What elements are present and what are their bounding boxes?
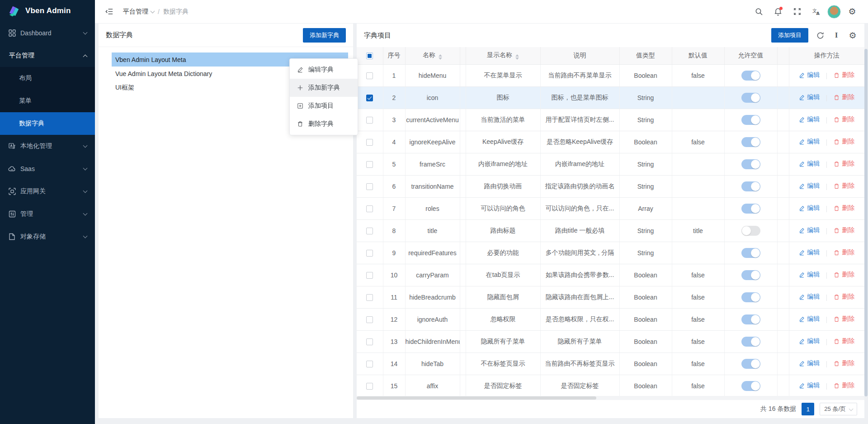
sidebar-item-saas[interactable]: Saas — [0, 157, 95, 180]
row-checkbox[interactable] — [366, 383, 373, 390]
delete-button[interactable]: 删除 — [834, 359, 854, 367]
nullable-toggle[interactable] — [741, 381, 760, 391]
cell-name: hideTab — [405, 353, 460, 375]
nullable-toggle[interactable] — [741, 359, 760, 369]
translate-icon[interactable]: 文 A — [808, 4, 824, 19]
delete-button[interactable]: 删除 — [834, 271, 854, 279]
add-item-button[interactable]: 添加项目 — [771, 28, 808, 43]
settings-gear-icon[interactable]: ⚙ — [844, 4, 860, 19]
page-size-select[interactable]: 25 条/页 — [820, 403, 857, 415]
nullable-toggle[interactable] — [741, 270, 760, 280]
notification-bell-icon[interactable] — [770, 4, 786, 19]
edit-button[interactable]: 编辑 — [799, 115, 820, 124]
breadcrumb-level1[interactable]: 平台管理 — [123, 8, 154, 16]
sidebar-item-gateway[interactable]: 应用网关 — [0, 180, 95, 203]
delete-button[interactable]: 删除 — [834, 115, 854, 124]
nullable-toggle[interactable] — [741, 93, 760, 103]
nullable-toggle[interactable] — [741, 292, 760, 302]
context-menu-item-delete-dictionary[interactable]: 删除字典 — [290, 115, 358, 133]
row-height-icon[interactable]: I — [832, 31, 841, 40]
horizontal-scrollbar-thumb[interactable] — [357, 396, 596, 400]
delete-button[interactable]: 删除 — [834, 93, 854, 101]
delete-button[interactable]: 删除 — [834, 204, 854, 212]
row-checkbox[interactable] — [366, 139, 373, 146]
delete-button[interactable]: 删除 — [834, 381, 854, 390]
nullable-toggle[interactable] — [741, 181, 760, 191]
sidebar-item-admin[interactable]: 管理 — [0, 203, 95, 225]
edit-button[interactable]: 编辑 — [799, 315, 820, 323]
row-checkbox[interactable] — [366, 72, 373, 79]
row-checkbox[interactable] — [366, 205, 373, 212]
nullable-toggle[interactable] — [741, 204, 760, 214]
row-checkbox[interactable] — [366, 272, 373, 279]
row-checkbox[interactable] — [366, 250, 373, 257]
context-menu-item-add-item[interactable]: 添加项目 — [290, 97, 358, 115]
sidebar-collapse-button[interactable] — [101, 4, 117, 19]
sidebar-item-object-storage[interactable]: 对象存储 — [0, 225, 95, 248]
column-header-name[interactable]: 名称 — [405, 47, 460, 64]
delete-button[interactable]: 删除 — [834, 226, 854, 234]
vertical-scrollbar-thumb[interactable] — [864, 49, 868, 396]
sidebar-item-platform[interactable]: 平台管理 — [0, 44, 95, 67]
nullable-toggle[interactable] — [741, 314, 760, 324]
delete-button[interactable]: 删除 — [834, 293, 854, 301]
nullable-toggle[interactable] — [741, 248, 760, 258]
edit-button[interactable]: 编辑 — [799, 182, 820, 190]
nullable-toggle[interactable] — [741, 71, 760, 81]
app-logo[interactable]: Vben Admin — [0, 0, 95, 22]
delete-button[interactable]: 删除 — [834, 182, 854, 190]
sidebar-item-localization[interactable]: 本地化管理 — [0, 135, 95, 157]
delete-button[interactable]: 删除 — [834, 138, 854, 146]
row-checkbox[interactable] — [366, 117, 373, 124]
search-icon[interactable] — [751, 4, 767, 19]
sort-icons[interactable] — [515, 54, 519, 60]
row-checkbox[interactable] — [366, 183, 373, 190]
row-checkbox[interactable] — [366, 361, 373, 367]
sidebar-item-menu[interactable]: 菜单 — [0, 90, 95, 112]
select-all-checkbox[interactable] — [366, 52, 373, 59]
row-checkbox[interactable] — [366, 228, 373, 234]
sidebar-item-layout[interactable]: 布局 — [0, 67, 95, 90]
row-checkbox[interactable] — [366, 316, 373, 323]
nullable-toggle[interactable] — [741, 226, 760, 236]
nullable-toggle[interactable] — [741, 137, 760, 147]
edit-button[interactable]: 编辑 — [799, 93, 820, 101]
nullable-toggle[interactable] — [741, 159, 760, 169]
edit-button[interactable]: 编辑 — [799, 248, 820, 257]
edit-button[interactable]: 编辑 — [799, 160, 820, 168]
dashboard-icon — [8, 29, 16, 37]
row-checkbox[interactable] — [366, 161, 373, 168]
horizontal-scrollbar[interactable] — [357, 396, 864, 400]
edit-button[interactable]: 编辑 — [799, 337, 820, 345]
refresh-icon[interactable] — [816, 31, 825, 40]
row-checkbox[interactable] — [366, 294, 373, 301]
edit-button[interactable]: 编辑 — [799, 271, 820, 279]
context-menu-item-add-dictionary[interactable]: 添加新字典 — [290, 79, 358, 97]
delete-button[interactable]: 删除 — [834, 248, 854, 257]
edit-button[interactable]: 编辑 — [799, 71, 820, 79]
delete-button[interactable]: 删除 — [834, 337, 854, 345]
edit-button[interactable]: 编辑 — [799, 138, 820, 146]
nullable-toggle[interactable] — [741, 337, 760, 347]
sidebar-item-data-dictionary[interactable]: 数据字典 — [0, 112, 95, 135]
edit-button[interactable]: 编辑 — [799, 359, 820, 367]
page-1-button[interactable]: 1 — [802, 403, 814, 415]
row-checkbox[interactable] — [366, 95, 373, 101]
fullscreen-icon[interactable] — [789, 4, 805, 19]
add-dictionary-button[interactable]: 添加新字典 — [303, 28, 346, 43]
sidebar-item-dashboard[interactable]: Dashboard — [0, 22, 95, 44]
column-settings-gear-icon[interactable]: ⚙ — [848, 31, 857, 40]
column-header-display[interactable]: 显示名称 — [466, 47, 540, 64]
context-menu-item-edit-dictionary[interactable]: 编辑字典 — [290, 61, 358, 79]
row-checkbox[interactable] — [366, 338, 373, 345]
delete-button[interactable]: 删除 — [834, 160, 854, 168]
sort-icons[interactable] — [439, 54, 442, 60]
nullable-toggle[interactable] — [741, 115, 760, 125]
edit-button[interactable]: 编辑 — [799, 381, 820, 390]
edit-button[interactable]: 编辑 — [799, 226, 820, 234]
edit-button[interactable]: 编辑 — [799, 204, 820, 212]
delete-button[interactable]: 删除 — [834, 315, 854, 323]
edit-button[interactable]: 编辑 — [799, 293, 820, 301]
user-avatar[interactable] — [827, 5, 841, 19]
delete-button[interactable]: 删除 — [834, 71, 854, 79]
